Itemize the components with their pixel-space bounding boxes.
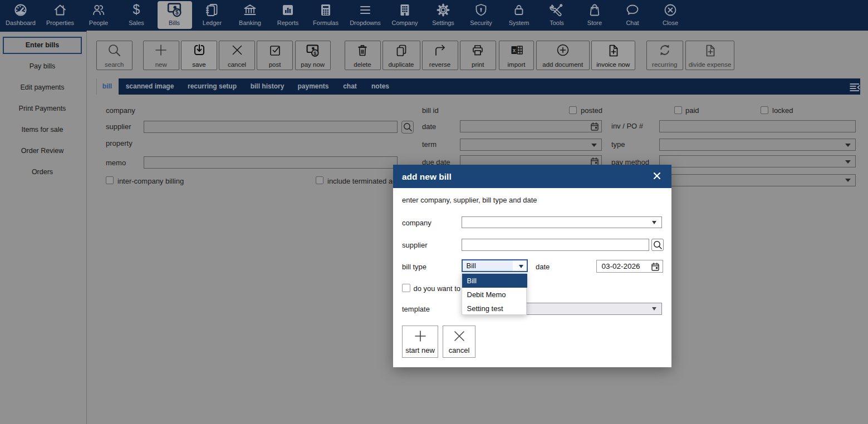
svg-text:$: $ xyxy=(175,9,179,16)
svg-text:$: $ xyxy=(313,50,316,56)
svg-text:x: x xyxy=(512,47,516,53)
svg-text:$: $ xyxy=(133,3,140,17)
